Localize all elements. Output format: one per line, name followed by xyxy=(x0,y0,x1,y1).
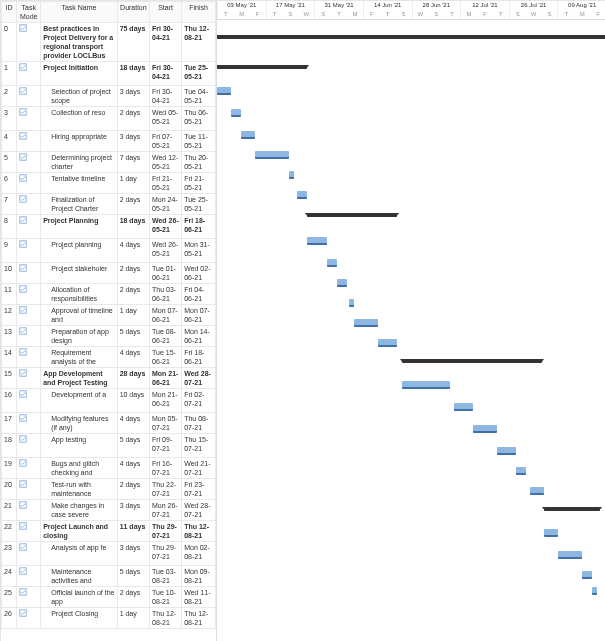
cell-finish: Mon 07-06-21 xyxy=(182,305,216,326)
summary-bar[interactable] xyxy=(217,65,307,69)
cell-dur: 18 days xyxy=(117,215,149,239)
task-bar[interactable] xyxy=(297,191,307,199)
summary-bar[interactable] xyxy=(544,507,600,511)
table-row[interactable]: 15App Development and Project Testing28 … xyxy=(2,368,216,389)
cell-name: Project Initiation xyxy=(41,62,117,86)
task-mode-icon xyxy=(19,588,27,596)
task-bar[interactable] xyxy=(592,587,597,595)
table-row[interactable]: 12Approval of timeline and1 dayMon 07-06… xyxy=(2,305,216,326)
summary-bar[interactable] xyxy=(217,35,605,39)
task-mode-icon xyxy=(19,414,27,422)
cell-mode xyxy=(17,500,41,521)
cell-dur: 2 days xyxy=(117,107,149,131)
task-bar[interactable] xyxy=(217,87,231,95)
cell-dur: 11 days xyxy=(117,521,149,542)
cell-dur: 5 days xyxy=(117,566,149,587)
task-bar[interactable] xyxy=(327,259,337,267)
table-row[interactable]: 17Modifying features (if any)4 daysMon 0… xyxy=(2,413,216,434)
table-row[interactable]: 18App testing5 daysFri 09-07-21Thu 15-07… xyxy=(2,434,216,458)
summary-bar[interactable] xyxy=(307,213,397,217)
table-row[interactable]: 2Selection of project scope3 daysFri 30-… xyxy=(2,86,216,107)
task-bar[interactable] xyxy=(497,447,516,455)
table-row[interactable]: 7Finalization of Project Charter2 daysMo… xyxy=(2,194,216,215)
cell-dur: 3 days xyxy=(117,500,149,521)
task-bar[interactable] xyxy=(337,279,347,287)
col-finish[interactable]: Finish xyxy=(182,2,216,23)
cell-id: 14 xyxy=(2,347,17,368)
gantt-chart: 03 May '21TMF17 May '21TSW31 May '21STM1… xyxy=(217,1,605,641)
cell-id: 11 xyxy=(2,284,17,305)
cell-mode xyxy=(17,587,41,608)
cell-mode xyxy=(17,413,41,434)
col-id[interactable]: ID xyxy=(2,2,17,23)
task-bar[interactable] xyxy=(473,425,497,433)
task-bar[interactable] xyxy=(289,171,294,179)
task-bar[interactable] xyxy=(582,571,592,579)
task-bar[interactable] xyxy=(544,529,558,537)
cell-dur: 28 days xyxy=(117,368,149,389)
table-row[interactable]: 11Allocation of responsibilities2 daysTh… xyxy=(2,284,216,305)
table-row[interactable]: 9Project planning4 daysWed 26-05-21Mon 3… xyxy=(2,239,216,263)
task-bar[interactable] xyxy=(558,551,582,559)
task-bar[interactable] xyxy=(231,109,241,117)
task-bar[interactable] xyxy=(454,403,473,411)
col-name[interactable]: Task Name xyxy=(41,2,117,23)
col-mode[interactable]: Task Mode xyxy=(17,2,41,23)
cell-dur: 4 days xyxy=(117,458,149,479)
table-row[interactable]: 22Project Launch and closing11 daysThu 2… xyxy=(2,521,216,542)
summary-bar[interactable] xyxy=(402,359,542,363)
table-row[interactable]: 3Collection of reso2 daysWed 05-05-21Thu… xyxy=(2,107,216,131)
table-row[interactable]: 23Analysis of app fe3 daysThu 29-07-21Mo… xyxy=(2,542,216,566)
task-bar[interactable] xyxy=(516,467,526,475)
table-row[interactable]: 16Development of a10 daysMon 21-06-21Fri… xyxy=(2,389,216,413)
cell-dur: 5 days xyxy=(117,434,149,458)
task-mode-icon xyxy=(19,348,27,356)
cell-mode xyxy=(17,347,41,368)
cell-dur: 5 days xyxy=(117,326,149,347)
task-bar[interactable] xyxy=(241,131,255,139)
col-dur[interactable]: Duration xyxy=(117,2,149,23)
task-bar[interactable] xyxy=(255,151,289,159)
table-row[interactable]: 26Project Closing1 dayThu 12-08-21Thu 12… xyxy=(2,608,216,629)
cell-id: 24 xyxy=(2,566,17,587)
table-row[interactable]: 24Maintenance activities and5 daysTue 03… xyxy=(2,566,216,587)
table-row[interactable]: 25Official launch of the app2 daysTue 10… xyxy=(2,587,216,608)
task-bar[interactable] xyxy=(402,381,450,389)
table-row[interactable]: 14Requirement analysis of the4 daysTue 1… xyxy=(2,347,216,368)
cell-name: Allocation of responsibilities xyxy=(41,284,117,305)
cell-finish: Wed 11-08-21 xyxy=(182,587,216,608)
task-bar[interactable] xyxy=(530,487,544,495)
task-mode-icon xyxy=(19,108,27,116)
task-bar[interactable] xyxy=(349,299,354,307)
cell-name: Maintenance activities and xyxy=(41,566,117,587)
task-bar[interactable] xyxy=(354,319,378,327)
cell-start: Mon 05-07-21 xyxy=(150,413,182,434)
table-row[interactable]: 19Bugs and glitch checking and4 daysFri … xyxy=(2,458,216,479)
cell-start: Mon 21-06-21 xyxy=(150,389,182,413)
cell-finish: Thu 08-07-21 xyxy=(182,413,216,434)
table-row[interactable]: 4Hiring appropriate3 daysFri 07-05-21Tue… xyxy=(2,131,216,152)
task-bar[interactable] xyxy=(307,237,327,245)
cell-name: Project Launch and closing xyxy=(41,521,117,542)
cell-start: Fri 30-04-21 xyxy=(150,62,182,86)
cell-id: 15 xyxy=(2,368,17,389)
table-row[interactable]: 21Make changes in case severe3 daysMon 2… xyxy=(2,500,216,521)
table-row[interactable]: 8Project Planning18 daysWed 26-05-21Fri … xyxy=(2,215,216,239)
task-mode-icon xyxy=(19,390,27,398)
table-row[interactable]: 13Preparation of app design5 daysTue 08-… xyxy=(2,326,216,347)
cell-dur: 4 days xyxy=(117,347,149,368)
table-row[interactable]: 10Project stakeholer2 daysTue 01-06-21We… xyxy=(2,263,216,284)
task-bar[interactable] xyxy=(378,339,397,347)
cell-start: Tue 03-08-21 xyxy=(150,566,182,587)
cell-name: Test-run with maintenance xyxy=(41,479,117,500)
table-row[interactable]: 5Determining project charter7 daysWed 12… xyxy=(2,152,216,173)
col-start[interactable]: Start xyxy=(150,2,182,23)
table-row[interactable]: 1Project Initiation18 daysFri 30-04-21Tu… xyxy=(2,62,216,86)
table-row[interactable]: 20Test-run with maintenance2 daysThu 22-… xyxy=(2,479,216,500)
table-row[interactable]: 6Tentative timeline1 dayFri 21-05-21Fri … xyxy=(2,173,216,194)
cell-mode xyxy=(17,239,41,263)
task-mode-icon xyxy=(19,174,27,182)
task-mode-icon xyxy=(19,435,27,443)
table-row[interactable]: 0Best practices in Project Delivery for … xyxy=(2,23,216,62)
cell-finish: Thu 06-05-21 xyxy=(182,107,216,131)
